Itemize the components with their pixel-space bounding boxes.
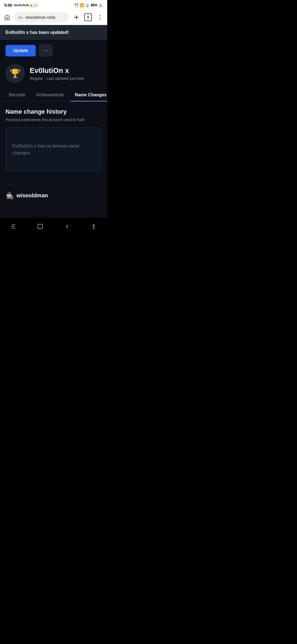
nav-recents-button[interactable] <box>8 221 19 232</box>
battery-icon: 🔋 <box>98 3 103 7</box>
avatar: 🏆 <box>6 64 25 83</box>
url-bar[interactable]: ⊙= wiseoldman.net/p <box>14 12 69 23</box>
page-content: Ev0luti0n x has been updated! Update ···… <box>0 25 107 218</box>
tab-count-button[interactable]: 9 <box>84 13 92 21</box>
profile-section: 🏆 Ev0lutiOn x Regular · Last updated jus… <box>0 61 107 89</box>
tab-name-changes[interactable]: Name Changes <box>70 89 107 101</box>
nav-accessibility-button[interactable] <box>88 221 99 232</box>
home-nav-icon <box>37 223 43 230</box>
update-banner: Ev0luti0n x has been updated! <box>0 25 107 40</box>
nav-home-button[interactable] <box>35 221 46 232</box>
signal-icon: 📡 <box>85 3 90 7</box>
status-bar: 5:50 🎮🎮🎮🎮⚠️📋• ⏰ 📶 📡 96% 🔋 <box>0 0 107 10</box>
home-button[interactable] <box>3 13 11 21</box>
empty-state-text: Ev0lutiOn x has no known name changes. <box>12 143 95 157</box>
tracking-icon: ⊙= <box>18 15 23 20</box>
profile-info: Ev0lutiOn x Regular · Last updated just … <box>30 66 102 80</box>
svg-line-7 <box>94 228 95 229</box>
browser-bar: ⊙= wiseoldman.net/p 9 ⋮ <box>0 10 107 25</box>
battery-text: 96% <box>91 3 97 7</box>
more-options-button[interactable]: ⋮ <box>95 13 104 22</box>
android-nav-bar <box>0 218 107 236</box>
new-tab-button[interactable] <box>72 13 81 22</box>
accessibility-icon <box>91 223 97 230</box>
tab-achievements[interactable]: Achievements <box>32 89 68 101</box>
svg-rect-2 <box>38 224 43 229</box>
more-button[interactable]: ··· <box>39 44 53 57</box>
alarm-icon: ⏰ <box>74 3 79 7</box>
url-text: wiseoldman.net/p <box>26 15 56 20</box>
section-subtitle: Previous usernames this account used to … <box>6 118 102 122</box>
name-change-section: Name change history Previous usernames t… <box>0 102 107 178</box>
profile-subtitle: Regular · Last updated just now <box>30 76 102 81</box>
avatar-icon: 🏆 <box>10 68 21 79</box>
tab-records[interactable]: Records <box>4 89 30 101</box>
footer-logo: 🧙 wiseoldman <box>0 185 107 205</box>
recents-icon <box>12 225 15 228</box>
status-time: 5:50 <box>4 3 12 7</box>
update-banner-text: Ev0luti0n x has been updated! <box>6 30 69 35</box>
update-button[interactable]: Update <box>6 45 36 56</box>
footer-logo-text: wiseoldman <box>16 192 48 199</box>
wifi-icon: 📶 <box>80 3 84 7</box>
tabs-container: Records Achievements Name Changes <box>0 89 107 102</box>
notification-icons: 🎮🎮🎮🎮⚠️📋• <box>14 4 38 7</box>
profile-name: Ev0lutiOn x <box>30 66 102 75</box>
section-title: Name change history <box>6 108 102 115</box>
back-icon <box>64 223 70 230</box>
nav-back-button[interactable] <box>62 221 73 232</box>
status-right-icons: ⏰ 📶 📡 96% 🔋 <box>74 3 103 7</box>
empty-state-card: Ev0lutiOn x has no known name changes. <box>6 127 102 171</box>
footer-logo-icon: 🧙 <box>6 192 14 199</box>
action-buttons-row: Update ··· <box>0 40 107 61</box>
